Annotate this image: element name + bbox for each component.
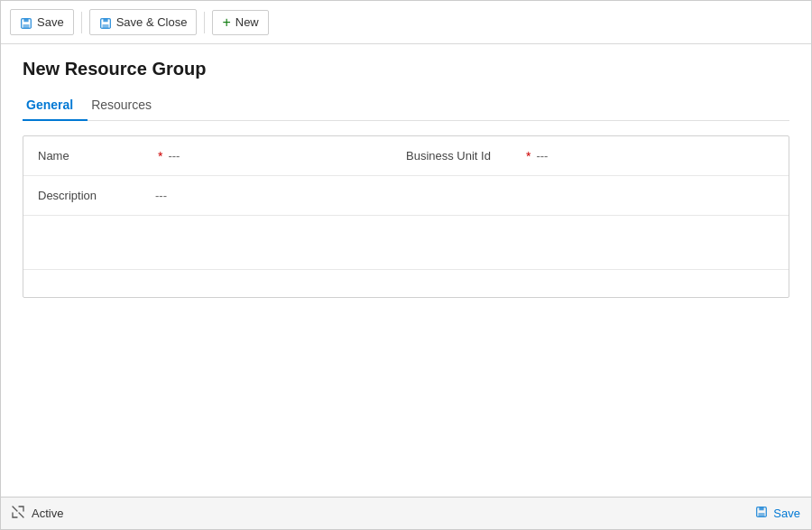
new-button[interactable]: + New (212, 10, 268, 35)
new-button-label: New (235, 15, 259, 29)
new-icon: + (222, 15, 230, 30)
business-unit-value[interactable]: --- (536, 149, 548, 163)
tab-resources[interactable]: Resources (88, 90, 166, 121)
save-close-button[interactable]: Save & Close (89, 9, 198, 34)
status-text: Active (32, 507, 63, 520)
svg-rect-8 (759, 513, 765, 516)
save-button[interactable]: Save (10, 9, 74, 34)
status-bar-save-label[interactable]: Save (773, 507, 800, 520)
business-unit-label: Business Unit Id (406, 149, 523, 163)
form-row-spacer (23, 216, 789, 270)
status-bar: Active Save (1, 497, 811, 529)
description-label: Description (38, 189, 155, 202)
status-left: Active (12, 506, 63, 521)
toolbar: Save Save & Close + New (1, 1, 811, 44)
svg-rect-1 (23, 18, 28, 22)
main-content: New Resource Group General Resources Nam… (1, 44, 811, 497)
status-right: Save (755, 506, 800, 521)
description-value[interactable]: --- (155, 189, 167, 202)
tabs: General Resources (23, 90, 789, 121)
form-row-1: Name * --- Business Unit Id * --- (23, 136, 789, 176)
svg-rect-2 (23, 24, 30, 28)
field-group-business-unit: Business Unit Id * --- (406, 149, 774, 163)
svg-rect-4 (103, 18, 107, 22)
svg-rect-5 (102, 24, 108, 28)
form-section: Name * --- Business Unit Id * --- Descri… (23, 135, 789, 298)
form-area: Name * --- Business Unit Id * --- Descri… (23, 135, 797, 497)
name-required-star: * (158, 149, 162, 163)
toolbar-separator-2 (204, 12, 205, 33)
tab-general[interactable]: General (23, 90, 88, 121)
app-container: Save Save & Close + New New Resource Gro… (0, 0, 812, 530)
form-row-2: Description --- (23, 176, 789, 216)
save-icon (20, 14, 32, 29)
form-row-bottom (23, 270, 789, 297)
save-button-label: Save (37, 15, 64, 29)
status-bar-save-icon (755, 506, 768, 521)
svg-rect-7 (760, 507, 764, 511)
field-group-name: Name * --- (38, 149, 406, 163)
name-label: Name (38, 149, 155, 163)
business-unit-required-star: * (526, 149, 531, 163)
name-value[interactable]: --- (168, 149, 180, 163)
page-title: New Resource Group (23, 59, 789, 79)
expand-icon[interactable] (12, 506, 24, 521)
toolbar-separator-1 (81, 12, 82, 33)
save-close-button-label: Save & Close (116, 15, 188, 29)
field-group-description: Description --- (38, 189, 774, 202)
save-close-icon (99, 14, 112, 29)
